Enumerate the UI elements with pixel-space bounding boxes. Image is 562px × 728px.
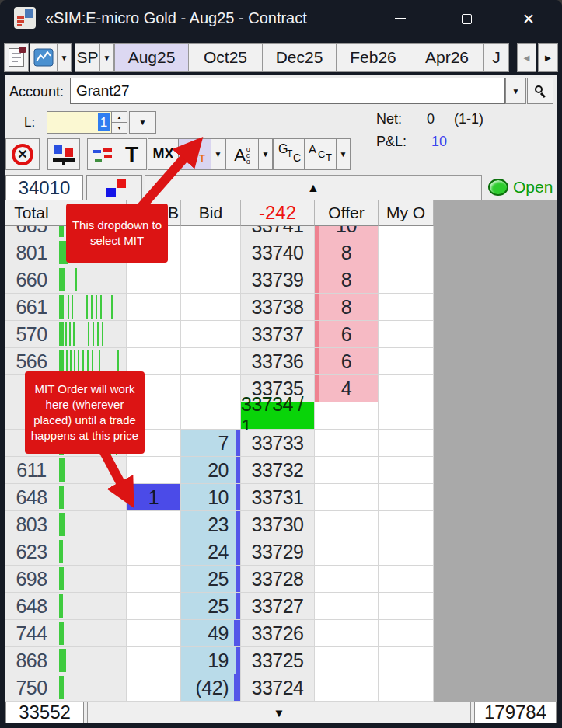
price-cell-33726[interactable]: 33726: [241, 620, 315, 647]
lot-size-input[interactable]: 1: [47, 111, 112, 134]
session-volume-field[interactable]: 179784: [474, 702, 557, 723]
offer-cell-33732[interactable]: [315, 457, 379, 484]
lot-size-stepper[interactable]: ▲ ▼: [111, 111, 127, 134]
tabs-scroll-right-button[interactable]: ►: [538, 43, 558, 72]
bid-cell-33726[interactable]: 49: [181, 620, 241, 647]
offer-cell-33726[interactable]: [315, 620, 379, 647]
bid-cell-33724[interactable]: (42): [181, 674, 241, 702]
my-offer-cell-33731[interactable]: [379, 484, 434, 511]
price-cell-33740[interactable]: 33740: [241, 239, 315, 266]
account-search-button[interactable]: [527, 78, 553, 104]
price-cell-33737[interactable]: 33737: [241, 321, 315, 348]
price-cell-33728[interactable]: 33728: [241, 566, 315, 593]
my-offer-cell-33740[interactable]: [379, 239, 434, 266]
my-offer-cell-33724[interactable]: [379, 674, 434, 702]
my-offer-cell-33730[interactable]: [379, 511, 434, 538]
orders-display-button[interactable]: [87, 138, 117, 170]
bid-cell-33734[interactable]: [181, 402, 241, 430]
my-offer-cell-33737[interactable]: [379, 321, 434, 348]
bid-cell-33740[interactable]: [181, 239, 241, 266]
bid-cell-33729[interactable]: 24: [181, 538, 241, 566]
tab-Apr26[interactable]: Apr26: [410, 43, 484, 72]
my-offer-cell-33728[interactable]: [379, 566, 434, 593]
act-dropdown[interactable]: ▼: [336, 138, 351, 170]
my-bid-cell-33739[interactable]: [127, 266, 181, 294]
minimize-button[interactable]: [382, 4, 418, 33]
bid-cell-33727[interactable]: 25: [181, 593, 241, 620]
my-bid-cell-33732[interactable]: [127, 457, 181, 484]
sp-dropdown[interactable]: ▼: [99, 43, 114, 72]
bid-cell-33728[interactable]: 25: [181, 566, 241, 593]
bid-cell-33736[interactable]: [181, 348, 241, 375]
oco-dropdown[interactable]: ▼: [258, 138, 273, 170]
my-bid-cell-33735[interactable]: [127, 375, 181, 402]
price-cell-33724[interactable]: 33724: [241, 674, 315, 702]
my-offer-cell-33739[interactable]: [379, 266, 434, 294]
price-cell-33741[interactable]: 33741: [241, 226, 315, 239]
bid-cell-33730[interactable]: 23: [181, 511, 241, 538]
my-bid-cell-33725[interactable]: [127, 647, 181, 674]
my-bid-cell-33726[interactable]: [127, 620, 181, 647]
my-bid-cell-33736[interactable]: [127, 348, 181, 375]
stepper-down-icon[interactable]: ▼: [111, 122, 127, 134]
tabs-scroll-left-button[interactable]: ◄: [517, 43, 536, 72]
chart-dropdown[interactable]: ▼: [57, 43, 72, 72]
mit-order-button[interactable]: M I T: [178, 138, 211, 170]
mit-dropdown[interactable]: ▼: [211, 138, 225, 170]
my-bid-cell-33741[interactable]: [127, 226, 181, 239]
my-bid-cell-33730[interactable]: [127, 511, 181, 538]
my-offer-cell-33732[interactable]: [379, 457, 434, 484]
tab-Oct25[interactable]: Oct25: [188, 43, 263, 72]
account-dropdown[interactable]: ▼: [505, 78, 526, 104]
price-cell-33727[interactable]: 33727: [241, 593, 315, 620]
offer-cell-33736[interactable]: 6: [315, 348, 379, 375]
price-cell-33736[interactable]: 33736: [241, 348, 315, 375]
bid-cell-33732[interactable]: 20: [181, 457, 241, 484]
tab-Aug25[interactable]: Aug25: [114, 43, 189, 72]
my-bid-cell-33738[interactable]: [127, 294, 181, 321]
price-cell-33729[interactable]: 33729: [241, 538, 315, 566]
tab-Dec25[interactable]: Dec25: [262, 43, 337, 72]
offer-cell-33731[interactable]: [315, 484, 379, 511]
bid-cell-33733[interactable]: 7: [181, 430, 241, 457]
last-trade-cell[interactable]: 33734 / 1: [241, 402, 315, 430]
session-low-field[interactable]: 33552: [5, 702, 84, 723]
price-cell-33732[interactable]: 33732: [241, 457, 315, 484]
my-bid-cell-33728[interactable]: [127, 566, 181, 593]
cancel-all-button[interactable]: ✕: [5, 138, 40, 170]
my-bid-cell-33729[interactable]: [127, 538, 181, 566]
my-bid-cell-33724[interactable]: [127, 674, 181, 702]
my-bid-cell-33740[interactable]: [127, 239, 181, 266]
quote-price-field[interactable]: 34010: [5, 175, 83, 200]
my-offer-cell-33734[interactable]: [379, 402, 434, 430]
offer-cell-33734[interactable]: [315, 402, 379, 430]
my-bid-cell-33737[interactable]: [127, 321, 181, 348]
bid-cell-33725[interactable]: 19: [181, 647, 241, 674]
maximize-button[interactable]: [449, 4, 484, 33]
depth-toggle-button[interactable]: [47, 138, 80, 170]
lot-size-dropdown[interactable]: ▼: [129, 111, 156, 134]
my-offer-cell-33736[interactable]: [379, 348, 434, 375]
recenter-down-button[interactable]: ▼: [87, 702, 471, 723]
bid-cell-33737[interactable]: [181, 321, 241, 348]
order-ticket-button[interactable]: [4, 43, 29, 72]
offer-cell-33735[interactable]: 4: [315, 375, 379, 402]
offer-cell-33725[interactable]: [315, 647, 379, 674]
offer-cell-33727[interactable]: [315, 593, 379, 620]
account-input[interactable]: Grant27: [70, 78, 505, 104]
my-offer-cell-33738[interactable]: [379, 294, 434, 321]
my-offer-cell-33741[interactable]: [379, 226, 434, 239]
offer-cell-33738[interactable]: 8: [315, 294, 379, 321]
price-cell-33739[interactable]: 33739: [241, 266, 315, 294]
tab-Feb26[interactable]: Feb26: [336, 43, 410, 72]
stepper-up-icon[interactable]: ▲: [111, 111, 127, 123]
act-order-button[interactable]: A C T: [304, 138, 337, 170]
tab-J[interactable]: J: [483, 43, 509, 72]
offer-cell-33724[interactable]: [315, 674, 379, 702]
price-cell-33738[interactable]: 33738: [241, 294, 315, 321]
offer-cell-33728[interactable]: [315, 566, 379, 593]
my-bid-cell-33731[interactable]: 1: [127, 484, 181, 511]
my-bid-cell-33734[interactable]: [127, 402, 181, 430]
chart-button[interactable]: [30, 43, 58, 72]
gtc-order-button[interactable]: G T C: [273, 138, 305, 170]
